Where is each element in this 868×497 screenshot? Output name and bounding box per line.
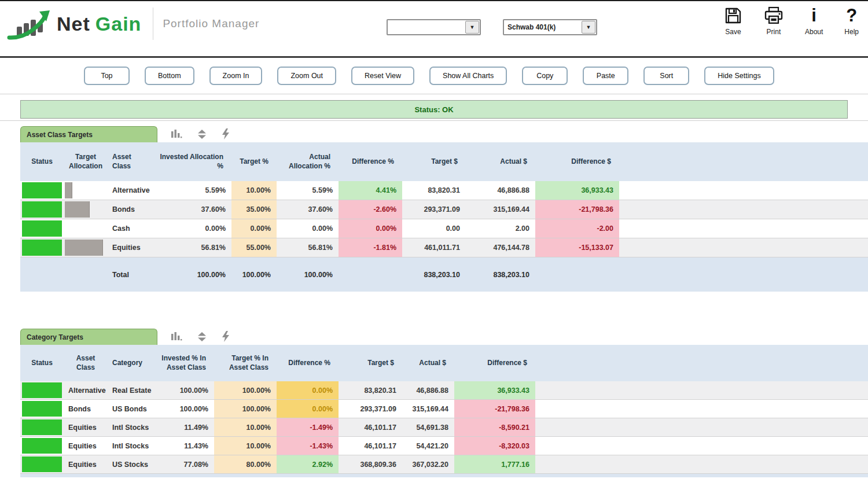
cell-bar-pct	[64, 238, 108, 257]
about-icon: i	[811, 6, 816, 25]
cell-actual-pct: 5.59%	[277, 181, 339, 200]
cell-target-usd: 293,371.09	[339, 400, 402, 418]
cell-target-pct[interactable]: 10.00%	[214, 437, 277, 455]
cell-invested-pct: 37.60%	[152, 200, 231, 219]
cell-diff-pct: -1.43%	[277, 437, 339, 455]
sort-diamond-icon[interactable]	[197, 129, 207, 139]
account-select-value: Schwab 401(k)	[504, 23, 582, 31]
toolbar-button-sort[interactable]: Sort	[643, 67, 689, 85]
cell-diff-pct: 0.00%	[277, 381, 339, 399]
cell-diff-pct: -1.49%	[277, 418, 339, 436]
sort-diamond-icon[interactable]	[197, 332, 207, 342]
column-header-asset_class: Asset Class	[64, 345, 108, 381]
report-select[interactable]: ▼	[387, 19, 481, 35]
app-header: Net Gain Portfolio Manager ▼ Schwab 401(…	[0, 1, 868, 56]
toolbar-button-paste[interactable]: Paste	[583, 67, 628, 85]
toolbar-button-top[interactable]: Top	[84, 67, 130, 85]
column-header-status: Status	[20, 345, 64, 381]
cell-invested-pct: 100.00%	[152, 381, 214, 399]
total-invested-pct: 100.00%	[152, 271, 231, 279]
cell-target-pct[interactable]: 10.00%	[214, 418, 277, 436]
cell-target-usd: 293,371.09	[402, 200, 466, 219]
table-body: Alternative5.59%10.00%5.59%4.41%83,820.3…	[20, 181, 868, 257]
table-row: Equities56.81%55.00%56.81%-1.81%461,011.…	[20, 238, 868, 257]
status-divider	[0, 120, 868, 121]
table-body: AlternativeReal Estate100.00%100.00%0.00…	[20, 381, 868, 474]
cell-target-usd: 461,011.71	[402, 238, 466, 257]
cell-bar-pct	[64, 200, 108, 219]
cell-invested-pct: 11.49%	[152, 418, 214, 436]
toolbar-button-hide-settings[interactable]: Hide Settings	[704, 67, 774, 85]
save-button[interactable]: Save	[724, 6, 742, 36]
status-indicator	[22, 438, 62, 454]
chevron-down-icon[interactable]: ▼	[582, 21, 595, 34]
help-button[interactable]: ? Help	[844, 6, 859, 36]
status-bar: Status: OK	[20, 100, 848, 119]
toolbar-button-show-all-charts[interactable]: Show All Charts	[429, 67, 507, 85]
column-header-diff_usd: Difference $	[454, 345, 535, 381]
status-indicator	[22, 220, 62, 237]
cell-actual-usd: 315,169.44	[402, 400, 454, 418]
status-indicator	[22, 201, 62, 218]
tab-category-targets[interactable]: Category Targets	[20, 329, 157, 345]
cell-diff-usd: 36,933.43	[535, 181, 619, 200]
cell-invested-pct: 11.43%	[152, 437, 214, 455]
table-row: Cash0.00%0.00%0.00%0.00%0.002.00-2.00	[20, 219, 868, 238]
cell-invested-pct: 56.81%	[152, 238, 231, 257]
toolbar-button-zoom-out[interactable]: Zoom Out	[277, 67, 336, 85]
brand-subtitle: Portfolio Manager	[163, 17, 259, 30]
cell-asset-class: Equities	[64, 455, 108, 473]
cell-category: Intl Stocks	[108, 418, 152, 436]
chart-columns-icon[interactable]	[171, 332, 182, 341]
print-button[interactable]: Print	[764, 6, 784, 36]
lightning-icon[interactable]	[222, 331, 230, 342]
cell-diff-usd: -8,590.21	[454, 418, 535, 436]
cell-bar-pct	[64, 219, 108, 238]
column-header-category: Category	[108, 345, 152, 381]
cell-invested-pct: 5.59%	[152, 181, 231, 200]
table-footer-strip	[20, 474, 868, 477]
cell-asset-class: Equities	[64, 418, 108, 436]
cell-status	[20, 418, 64, 436]
cell-status	[20, 437, 64, 455]
cell-asset-class: Alternative	[64, 381, 108, 399]
table-row: EquitiesIntl Stocks11.43%10.00%-1.43%46,…	[20, 437, 868, 455]
brand-name-green: Gain	[95, 13, 142, 35]
chart-columns-icon[interactable]	[171, 129, 182, 139]
cell-target-pct[interactable]: 35.00%	[231, 200, 277, 219]
cell-target-pct[interactable]: 55.00%	[231, 238, 277, 257]
table-header: StatusTarget AllocationAsset ClassInvest…	[20, 142, 868, 181]
cell-diff-pct: 0.00%	[277, 400, 339, 418]
chevron-down-icon[interactable]: ▼	[465, 21, 479, 34]
toolbar-button-reset-view[interactable]: Reset View	[351, 67, 414, 85]
column-header-invested_pct: Invested % In Asset Class	[152, 345, 214, 381]
cell-diff-usd: -8,320.03	[454, 437, 535, 455]
cell-asset-class: Cash	[108, 219, 152, 238]
tab-asset-class-targets[interactable]: Asset Class Targets	[20, 126, 157, 142]
cell-status	[20, 181, 64, 200]
column-header-target_pct: Target % In Asset Class	[214, 345, 277, 381]
toolbar-button-zoom-in[interactable]: Zoom In	[209, 67, 263, 85]
cell-target-pct[interactable]: 100.00%	[214, 381, 277, 399]
lightning-icon[interactable]	[222, 128, 230, 139]
cell-diff-usd: 36,933.43	[454, 381, 535, 399]
allocation-bar	[65, 201, 90, 218]
cell-target-pct[interactable]: 100.00%	[214, 400, 277, 418]
cell-status	[20, 381, 64, 399]
cell-target-usd: 0.00	[402, 219, 466, 238]
toolbar-button-copy[interactable]: Copy	[522, 67, 568, 85]
total-actual-pct: 100.00%	[277, 271, 339, 279]
asset-class-targets-section: Asset Class Targets StatusTarget Allocat…	[20, 126, 868, 292]
cell-target-pct[interactable]: 0.00%	[231, 219, 277, 238]
cell-diff-pct: 4.41%	[339, 181, 402, 200]
cell-actual-usd: 54,421.20	[402, 437, 454, 455]
status-indicator	[22, 401, 62, 417]
tab-label: Category Targets	[27, 333, 83, 341]
table-row: Bonds37.60%35.00%37.60%-2.60%293,371.093…	[20, 200, 868, 219]
cell-target-pct[interactable]: 10.00%	[231, 181, 277, 200]
about-button[interactable]: i About	[805, 6, 823, 36]
toolbar-button-bottom[interactable]: Bottom	[145, 67, 194, 85]
cell-actual-usd: 367,032.20	[402, 455, 454, 473]
cell-target-pct[interactable]: 80.00%	[214, 455, 277, 473]
account-select[interactable]: Schwab 401(k) ▼	[503, 19, 597, 35]
